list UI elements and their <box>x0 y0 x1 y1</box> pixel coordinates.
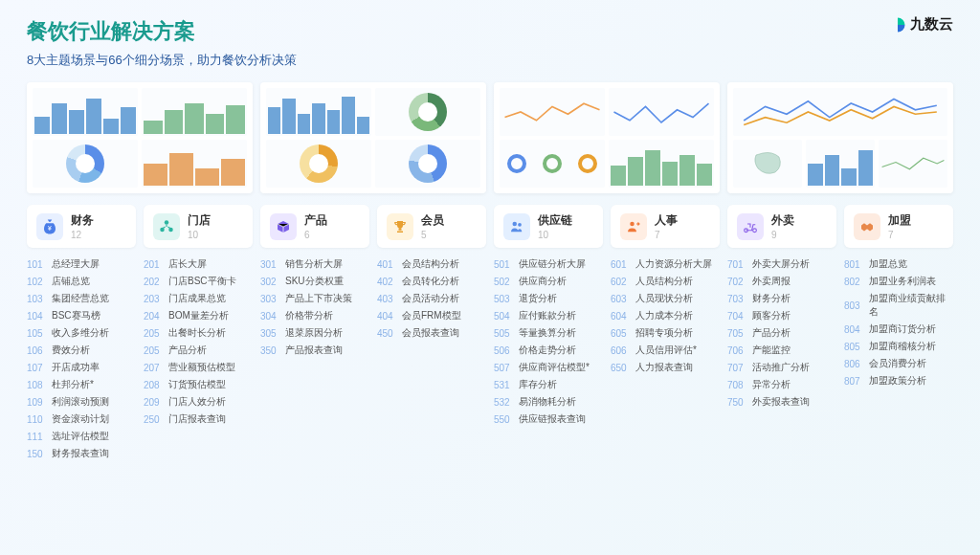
list-item[interactable]: 702外卖周报 <box>727 275 836 288</box>
list-item[interactable]: 105收入多维分析 <box>27 326 136 340</box>
list-item[interactable]: 602人员结构分析 <box>611 275 720 288</box>
item-number: 201 <box>144 259 163 270</box>
category-card[interactable]: 产品 6 <box>260 205 369 248</box>
list-item[interactable]: 502供应商分析 <box>494 275 603 288</box>
list-item[interactable]: 110资金滚动计划 <box>27 412 136 426</box>
list-item[interactable]: 805加盟商稽核分析 <box>844 340 953 353</box>
item-text: 利润滚动预测 <box>52 395 109 409</box>
list-item[interactable]: 111选址评估模型 <box>27 430 136 443</box>
list-item[interactable]: 350产品报表查询 <box>260 344 369 357</box>
category-card[interactable]: 会员 5 <box>377 205 486 248</box>
item-number: 506 <box>494 345 513 356</box>
list-item[interactable]: 703财务分析 <box>727 292 836 305</box>
list-item[interactable]: 807加盟政策分析 <box>844 374 953 388</box>
list-item[interactable]: 532易消物耗分析 <box>494 395 603 409</box>
list-item[interactable]: 106费效分析 <box>27 344 136 357</box>
dashboard-card[interactable] <box>494 82 720 193</box>
list-item[interactable]: 804加盟商订货分析 <box>844 322 953 336</box>
category-card[interactable]: 供应链 10 <box>494 205 603 248</box>
dashboard-card[interactable] <box>260 82 486 193</box>
list-item[interactable]: 708异常分析 <box>727 378 836 391</box>
list-item[interactable]: 531库存分析 <box>494 378 603 391</box>
list-item[interactable]: 208订货预估模型 <box>144 378 253 391</box>
list-item[interactable]: 501供应链分析大屏 <box>494 257 603 271</box>
list-item[interactable]: 402会员转化分析 <box>377 275 486 288</box>
item-number: 602 <box>611 277 630 287</box>
list-item[interactable]: 705产品分析 <box>727 326 836 340</box>
item-number: 301 <box>260 259 279 270</box>
item-text: 资金滚动计划 <box>52 412 109 426</box>
list-item[interactable]: 205产品分析 <box>144 344 253 357</box>
list-item[interactable]: 104BSC赛马榜 <box>27 309 136 322</box>
list-item[interactable]: 404会员FRM模型 <box>377 309 486 322</box>
category-label: 外卖 <box>771 212 794 229</box>
list-item[interactable]: 403会员活动分析 <box>377 292 486 305</box>
list-item[interactable]: 801加盟总览 <box>844 257 953 271</box>
list-item[interactable]: 650人力报表查询 <box>611 361 720 374</box>
category-card[interactable]: 外卖 9 <box>727 205 836 248</box>
item-number: 202 <box>144 277 163 287</box>
item-text: 出餐时长分析 <box>168 326 226 340</box>
item-text: 人员现状分析 <box>635 292 693 305</box>
list-item[interactable]: 107开店成功率 <box>27 361 136 374</box>
dashboard-card[interactable] <box>27 82 253 193</box>
list-item[interactable]: 503退货分析 <box>494 292 603 305</box>
list-item[interactable]: 506价格走势分析 <box>494 344 603 357</box>
list-column: 401会员结构分析402会员转化分析403会员活动分析404会员FRM模型450… <box>377 257 486 460</box>
list-item[interactable]: 108杜邦分析* <box>27 378 136 391</box>
list-item[interactable]: 704顾客分析 <box>727 309 836 322</box>
list-item[interactable]: 305退菜原因分析 <box>260 326 369 340</box>
list-item[interactable]: 450会员报表查询 <box>377 326 486 340</box>
list-item[interactable]: 550供应链报表查询 <box>494 412 603 426</box>
item-number: 603 <box>611 294 630 304</box>
list-item[interactable]: 507供应商评估模型* <box>494 361 603 374</box>
item-number: 401 <box>377 259 396 270</box>
list-item[interactable]: 707活动推广分析 <box>727 361 836 374</box>
list-item[interactable]: 802加盟业务利润表 <box>844 275 953 288</box>
category-card[interactable]: ¥ 财务 12 <box>27 205 136 248</box>
list-item[interactable]: 250门店报表查询 <box>144 412 253 426</box>
list-item[interactable]: 401会员结构分析 <box>377 257 486 271</box>
list-item[interactable]: 103集团经营总览 <box>27 292 136 305</box>
category-card[interactable]: 门店 10 <box>144 205 253 248</box>
list-item[interactable]: 202门店BSC平衡卡 <box>144 275 253 288</box>
list-item[interactable]: 150财务报表查询 <box>27 447 136 460</box>
list-item[interactable]: 301销售分析大屏 <box>260 257 369 271</box>
list-item[interactable]: 806会员消费分析 <box>844 357 953 370</box>
list-item[interactable]: 603人员现状分析 <box>611 292 720 305</box>
list-item[interactable]: 205出餐时长分析 <box>144 326 253 340</box>
list-item[interactable]: 504应付账款分析 <box>494 309 603 322</box>
list-item[interactable]: 207营业额预估模型 <box>144 361 253 374</box>
category-card[interactable]: 人事 7 <box>611 205 720 248</box>
list-column: 701外卖大屏分析702外卖周报703财务分析704顾客分析705产品分析706… <box>727 257 836 460</box>
list-item[interactable]: 101总经理大屏 <box>27 257 136 271</box>
item-text: 人力成本分析 <box>635 309 693 322</box>
logo-icon <box>889 16 906 33</box>
list-item[interactable]: 302SKU分类权重 <box>260 275 369 288</box>
list-item[interactable]: 505等量换算分析 <box>494 326 603 340</box>
list-item[interactable]: 604人力成本分析 <box>611 309 720 322</box>
list-item[interactable]: 605招聘专项分析 <box>611 326 720 340</box>
item-text: 店长大屏 <box>168 257 207 271</box>
item-number: 606 <box>611 345 630 356</box>
list-item[interactable]: 209门店人效分析 <box>144 395 253 409</box>
list-item[interactable]: 102店铺总览 <box>27 275 136 288</box>
list-item[interactable]: 606人员信用评估* <box>611 344 720 357</box>
category-card[interactable]: 加盟 7 <box>844 205 953 248</box>
list-item[interactable]: 304价格带分析 <box>260 309 369 322</box>
list-item[interactable]: 109利润滚动预测 <box>27 395 136 409</box>
list-item[interactable]: 803加盟商业绩贡献排名 <box>844 292 953 319</box>
list-item[interactable]: 706产能监控 <box>727 344 836 357</box>
item-number: 701 <box>727 259 746 270</box>
list-item[interactable]: 601人力资源分析大屏 <box>611 257 720 271</box>
item-text: 人力报表查询 <box>635 361 693 374</box>
item-text: 加盟业务利润表 <box>869 275 936 288</box>
dashboard-card[interactable] <box>727 82 953 193</box>
list-item[interactable]: 701外卖大屏分析 <box>727 257 836 271</box>
list-item[interactable]: 204BOM量差分析 <box>144 309 253 322</box>
list-item[interactable]: 750外卖报表查询 <box>727 395 836 409</box>
list-item[interactable]: 203门店成果总览 <box>144 292 253 305</box>
list-item[interactable]: 303产品上下市决策 <box>260 292 369 305</box>
list-column: 301销售分析大屏302SKU分类权重303产品上下市决策304价格带分析305… <box>260 257 369 460</box>
list-item[interactable]: 201店长大屏 <box>144 257 253 271</box>
